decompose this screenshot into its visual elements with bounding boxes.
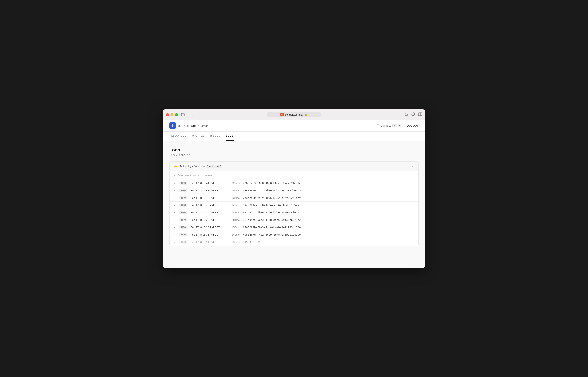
sidebar-toggle-button[interactable] bbox=[181, 113, 184, 116]
log-row[interactable]: ▶ INFO Feb 17, 8:15:36 PM EST 150ms 0466… bbox=[169, 224, 419, 231]
log-container: ⚡ Tailing logs from local `sst dev` ▶ En bbox=[169, 162, 419, 246]
page-title: Logs bbox=[169, 147, 419, 153]
browser-window: ⌄ ‹ S console.sst.dev 🔒 bbox=[163, 109, 425, 268]
appbar: S sst / sst-app / jayair ⌄ Jump to ⌘ K bbox=[163, 120, 425, 131]
maximize-button[interactable] bbox=[175, 113, 178, 116]
breadcrumb: sst / sst-app / jayair ⌄ bbox=[178, 124, 211, 128]
log-timestamp: Feb 17, 8:15:36 PM EST bbox=[191, 226, 227, 229]
breadcrumb-dropdown-icon: ⌄ bbox=[209, 125, 211, 127]
jump-to-button[interactable]: Jump to ⌘ K bbox=[375, 123, 403, 128]
event-payload-placeholder: Enter event payload to invoke bbox=[177, 174, 212, 177]
log-duration: 134ms bbox=[231, 196, 240, 199]
page-subtitle: index.handler bbox=[169, 153, 419, 156]
tab-issues[interactable]: ISSUES bbox=[210, 131, 220, 141]
log-timestamp: Feb 17, 8:15:43 PM EST bbox=[191, 189, 227, 192]
log-id: 57c02859-bae1-4b7e-9f48-24e382fa03ba bbox=[243, 189, 301, 192]
log-duration: 150ms bbox=[231, 226, 240, 229]
breadcrumb-sst-app[interactable]: sst-app bbox=[186, 124, 196, 128]
main-content: Logs index.handler ⚡ Tailing logs from l… bbox=[163, 141, 425, 268]
svg-text:S: S bbox=[281, 114, 283, 116]
minimize-button[interactable] bbox=[171, 113, 173, 116]
address-bar[interactable]: S console.sst.dev 🔒 bbox=[267, 112, 321, 117]
log-row[interactable]: ▶ INFO Feb 17, 8:15:39 PM EST 143ms 4134… bbox=[169, 209, 419, 216]
tab-updates[interactable]: UPDATES bbox=[192, 131, 204, 141]
log-timestamp: Feb 17, 8:15:44 PM EST bbox=[191, 182, 227, 185]
log-level: INFO bbox=[180, 218, 187, 222]
logout-button[interactable]: LOGOUT bbox=[406, 124, 419, 127]
row-expand-icon: ▶ bbox=[174, 212, 176, 214]
log-timestamp: Feb 17, 8:15:34 PM EST bbox=[191, 241, 227, 244]
event-payload-row[interactable]: ▶ Enter event payload to invoke bbox=[169, 171, 419, 179]
kbd-cmd: ⌘ bbox=[392, 124, 397, 128]
log-row[interactable]: ▶ INFO Feb 17, 8:15:44 PM EST 127ms a26c… bbox=[169, 179, 419, 187]
jump-to-shortcut: ⌘ K bbox=[392, 124, 401, 128]
back-button[interactable]: ‹ bbox=[191, 112, 192, 117]
app-logo[interactable]: S bbox=[169, 122, 176, 129]
log-rows: ▶ INFO Feb 17, 8:15:44 PM EST 127ms a26c… bbox=[169, 179, 419, 246]
log-timestamp: Feb 17, 8:15:40 PM EST bbox=[191, 204, 227, 207]
close-button[interactable] bbox=[166, 113, 169, 116]
row-expand-icon: ▶ bbox=[174, 197, 176, 199]
log-row[interactable]: ▶ INFO Feb 17, 8:15:34 PM EST 138ms d198… bbox=[169, 238, 419, 246]
log-timestamp: Feb 17, 8:15:38 PM EST bbox=[191, 218, 227, 222]
log-row[interactable]: ▶ INFO Feb 17, 8:15:40 PM EST 143ms 394c… bbox=[169, 202, 419, 209]
appbar-right: Jump to ⌘ K LOGOUT bbox=[375, 123, 419, 128]
log-level: INFO bbox=[180, 182, 187, 185]
log-row[interactable]: ▶ INFO Feb 17, 8:15:42 PM EST 134ms 2ace… bbox=[169, 194, 419, 202]
log-level: INFO bbox=[180, 233, 187, 236]
titlebar-nav: ⌄ ‹ bbox=[181, 112, 192, 117]
log-id: 2aceca60-252f-4d9b-8732-b14f96241ecf bbox=[243, 196, 301, 199]
log-level: INFO bbox=[180, 226, 187, 229]
log-timestamp: Feb 17, 8:15:39 PM EST bbox=[191, 211, 227, 214]
address-bar-area: S console.sst.dev 🔒 bbox=[267, 112, 321, 117]
log-duration: 143ms bbox=[231, 211, 240, 214]
log-duration: 162ms bbox=[231, 233, 240, 236]
status-command: `sst dev` bbox=[206, 165, 222, 168]
breadcrumb-jayair[interactable]: jayair ⌄ bbox=[201, 124, 211, 128]
breadcrumb-sep-2: / bbox=[198, 124, 199, 128]
filter-icon[interactable] bbox=[411, 164, 414, 169]
traffic-lights bbox=[166, 113, 178, 116]
log-row[interactable]: ▶ INFO Feb 17, 8:15:43 PM EST 154ms 57c0… bbox=[169, 187, 419, 194]
jump-to-label: Jump to bbox=[381, 124, 391, 127]
svg-rect-5 bbox=[419, 113, 422, 116]
titlebar-right-controls bbox=[404, 112, 422, 117]
log-timestamp: Feb 17, 8:15:42 PM EST bbox=[191, 196, 227, 199]
breadcrumb-sep-1: / bbox=[184, 124, 185, 128]
log-level: INFO bbox=[180, 241, 187, 244]
chevron-down-icon[interactable]: ⌄ bbox=[187, 113, 189, 116]
row-expand-icon: ▶ bbox=[174, 234, 176, 236]
log-duration: 81ms bbox=[231, 218, 240, 222]
row-expand-icon: ▶ bbox=[174, 189, 176, 192]
row-expand-icon: ▶ bbox=[174, 219, 176, 221]
breadcrumb-sst[interactable]: sst bbox=[178, 124, 182, 128]
log-level: INFO bbox=[180, 189, 187, 192]
titlebar: ⌄ ‹ S console.sst.dev 🔒 bbox=[163, 109, 425, 120]
sidebar-right-button[interactable] bbox=[418, 112, 422, 117]
row-expand-icon: ▶ bbox=[174, 226, 176, 228]
log-id: 0466082b-7ba3-4fb8-baab-2e71923bf586 bbox=[243, 226, 301, 229]
svg-rect-0 bbox=[181, 113, 184, 116]
url-text: console.sst.dev bbox=[285, 113, 303, 116]
row-expand-icon: ▶ bbox=[174, 241, 176, 243]
log-id: 367a35f5-5eac-4778-a5e5-39fe2bb373e2 bbox=[243, 218, 301, 222]
share-button[interactable] bbox=[404, 112, 408, 117]
status-left: ⚡ Tailing logs from local `sst dev` bbox=[174, 164, 222, 168]
expand-icon: ▶ bbox=[174, 174, 175, 177]
log-level: INFO bbox=[180, 211, 187, 214]
lock-icon: 🔒 bbox=[305, 113, 308, 116]
log-id: d1984f8-039... bbox=[243, 241, 265, 244]
new-tab-button[interactable] bbox=[411, 112, 415, 117]
log-row[interactable]: ▶ INFO Feb 17, 8:15:38 PM EST 81ms 367a3… bbox=[169, 216, 419, 224]
log-duration: 127ms bbox=[231, 182, 240, 185]
kbd-key: K bbox=[397, 124, 401, 127]
tab-resources[interactable]: RESOURCES bbox=[169, 131, 186, 141]
log-level: INFO bbox=[180, 196, 187, 199]
svg-line-8 bbox=[379, 126, 380, 127]
log-row[interactable]: ▶ INFO Feb 17, 8:15:35 PM EST 162ms 4980… bbox=[169, 231, 419, 238]
favicon: S bbox=[280, 113, 284, 116]
log-id: 41349ad7-db16-4aee-bfde-45799ecf9d43 bbox=[243, 211, 301, 214]
lightning-icon: ⚡ bbox=[174, 164, 178, 168]
tab-logs[interactable]: LOGS bbox=[226, 131, 234, 141]
status-text: Tailing logs from local `sst dev` bbox=[180, 165, 222, 168]
